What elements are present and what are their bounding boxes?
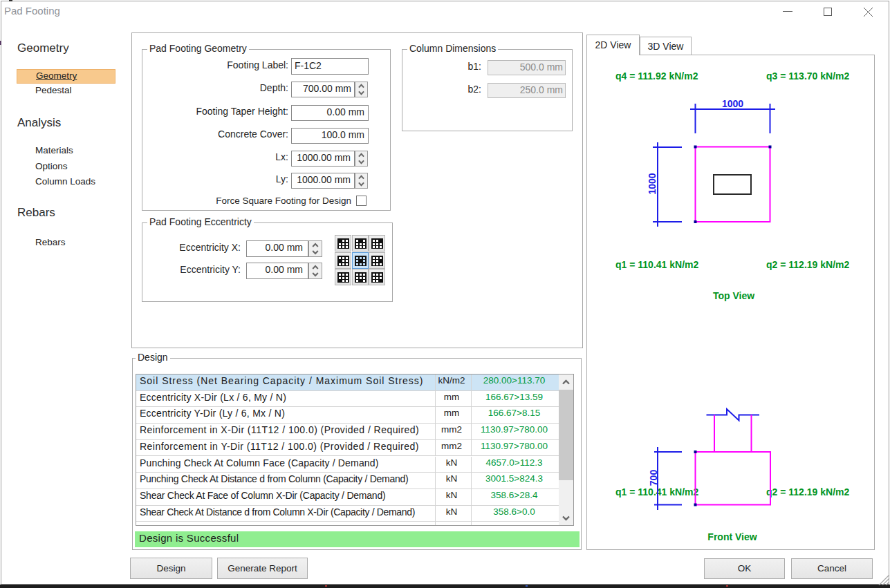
svg-text:q3 = 113.70 kN/m2: q3 = 113.70 kN/m2 — [766, 70, 849, 82]
svg-text:q2 = 112.19 kN/m2: q2 = 112.19 kN/m2 — [766, 486, 849, 497]
svg-text:q4 = 111.92 kN/m2: q4 = 111.92 kN/m2 — [615, 70, 698, 82]
svg-text:q1 = 110.41 kN/m2: q1 = 110.41 kN/m2 — [615, 259, 698, 270]
svg-text:q2 = 112.19 kN/m2: q2 = 112.19 kN/m2 — [766, 259, 849, 270]
svg-text:Front View: Front View — [707, 531, 757, 542]
svg-text:1000: 1000 — [647, 173, 658, 194]
svg-text:Top View: Top View — [713, 290, 754, 301]
svg-text:1000: 1000 — [722, 98, 743, 109]
